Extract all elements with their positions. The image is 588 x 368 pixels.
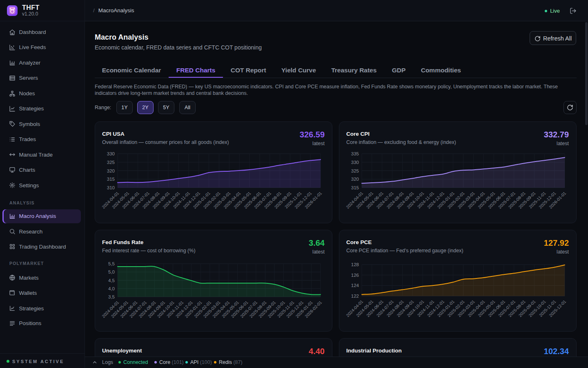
svg-text:335: 335 [351,151,359,156]
svg-text:3,5: 3,5 [108,294,115,299]
svg-text:128: 128 [351,262,359,267]
svg-text:4,5: 4,5 [108,278,115,283]
svg-text:330: 330 [107,151,115,156]
svg-text:122: 122 [351,294,359,298]
svg-text:310: 310 [107,185,115,190]
svg-text:320: 320 [351,177,359,182]
svg-text:124: 124 [351,283,359,288]
svg-text:330: 330 [351,160,359,165]
svg-text:126: 126 [351,273,359,278]
svg-text:5,0: 5,0 [108,269,115,274]
svg-text:4,0: 4,0 [108,286,115,291]
svg-text:315: 315 [351,185,359,190]
svg-text:325: 325 [107,160,115,165]
svg-text:325: 325 [351,168,359,173]
svg-text:315: 315 [107,177,115,182]
svg-text:5,5: 5,5 [108,261,115,266]
svg-text:320: 320 [107,168,115,173]
